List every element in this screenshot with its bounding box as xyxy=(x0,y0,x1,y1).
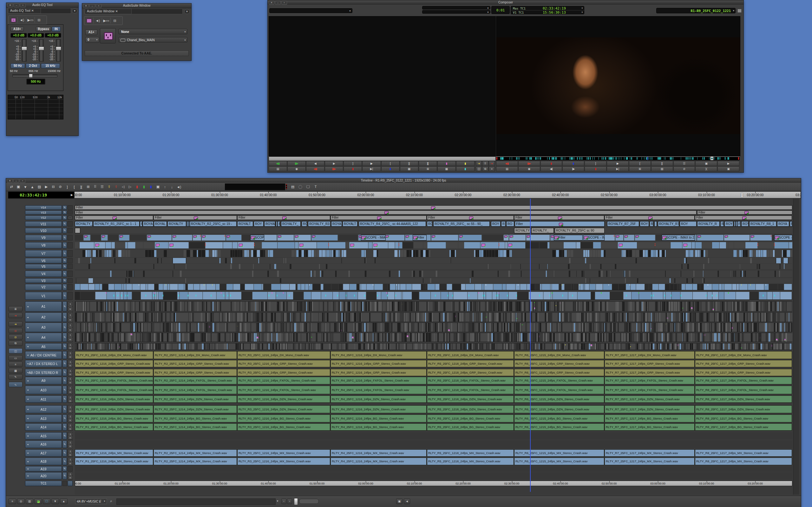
close-button[interactable]: ✕ xyxy=(269,1,274,5)
solo-button[interactable]: S xyxy=(68,369,72,372)
transport-mark-out-button[interactable]: ] xyxy=(585,161,606,166)
slip-left-icon[interactable]: ◁ xyxy=(119,184,126,190)
maximize-button[interactable]: + xyxy=(20,3,26,7)
mute-button[interactable]: M xyxy=(68,381,72,384)
layout-icon[interactable]: ⊟ xyxy=(111,18,119,23)
splice-in-icon[interactable]: ⇧ xyxy=(106,184,113,190)
track-pencil-V1[interactable]: ✎ xyxy=(62,292,67,300)
transport-film-rows-button[interactable]: ☰ xyxy=(673,161,695,166)
track-button-a6-dx-centre[interactable]: A6 / DX CENTRE◄ xyxy=(25,351,62,359)
eq-slider-track[interactable] xyxy=(56,39,61,61)
track-button-v11[interactable]: V11 xyxy=(25,221,62,227)
track-button-a19[interactable]: A19◄ xyxy=(25,466,62,471)
transport-film-box-button[interactable]: ▣ xyxy=(695,161,717,166)
film-down-icon[interactable]: ↓ xyxy=(168,184,175,190)
mute-button[interactable]: M xyxy=(68,418,72,422)
eq-freq-slider-thumb[interactable] xyxy=(29,74,33,78)
blue-marker-icon[interactable]: ▮ xyxy=(148,184,154,190)
monitor-tool-icon[interactable]: 🖵 xyxy=(305,183,311,190)
transport-collapse-button[interactable]: )( xyxy=(695,166,717,171)
track-pencil-A17[interactable]: ✎ xyxy=(62,449,67,457)
solo-button[interactable]: S xyxy=(68,424,72,427)
solo-button[interactable]: S xyxy=(68,386,72,389)
track-pencil-A5[interactable]: ✎ xyxy=(62,343,67,350)
mute-button[interactable]: M xyxy=(68,399,72,402)
eq-slider-track[interactable] xyxy=(22,39,27,61)
mute-button[interactable]: M xyxy=(68,427,72,430)
eq-bypass-button[interactable]: Bypass xyxy=(36,26,51,32)
track-button-v2[interactable]: V2 xyxy=(25,284,62,290)
transport-record-button[interactable]: ◉ xyxy=(518,166,540,171)
track-pencil-A2[interactable]: ✎ xyxy=(62,313,67,322)
mute-button[interactable]: M xyxy=(68,328,72,332)
track-pencil-V12[interactable]: ✎ xyxy=(62,216,67,220)
track-pencil-V11[interactable]: ✎ xyxy=(62,221,67,227)
transport-film-box-button[interactable]: ▣ xyxy=(717,166,740,171)
view-preset-dropdown[interactable]: 4A 8V +MUSIC E▼ xyxy=(75,498,107,504)
transport-step-back-red-button[interactable]: ◀▮ xyxy=(496,161,518,166)
eq-band-button[interactable]: 50 Hz xyxy=(10,63,25,68)
circle-tool-icon[interactable]: ◯ xyxy=(297,183,304,190)
mark-clip-icon[interactable]: ][ xyxy=(78,184,85,190)
transport-play-button[interactable]: ▶ xyxy=(607,161,629,166)
close-button[interactable]: ✕ xyxy=(83,4,89,8)
transport-list-button[interactable]: ▤ xyxy=(496,166,518,171)
transport-play-button[interactable]: ▶ xyxy=(362,161,380,166)
transport-grid4-button[interactable]: ⊞ xyxy=(629,166,651,171)
composer-center-dropdown-1[interactable]: ▼ xyxy=(422,6,490,9)
track-pencil-A7 / DX STEREO L[interactable]: ✎ xyxy=(62,360,67,367)
transport-play-end-button[interactable]: ▶| xyxy=(607,166,629,171)
track-button-a11[interactable]: A11◄ xyxy=(25,395,62,403)
monitor-box-icon[interactable] xyxy=(68,216,72,219)
track-button-a12[interactable]: A12◄ xyxy=(25,405,62,413)
eq-freq-slider-track[interactable] xyxy=(12,74,57,77)
track-pencil-A10[interactable]: ✎ xyxy=(62,386,67,394)
audiosuite-plugin-select[interactable]: None▼ xyxy=(118,29,188,34)
track-pencil-A8 / DX STEREO R[interactable]: ✎ xyxy=(62,369,67,376)
overwrite-icon[interactable]: ⇧ xyxy=(113,184,119,190)
track-pencil-A16[interactable]: ✎ xyxy=(62,441,67,448)
track-button-a5[interactable]: A5◄ xyxy=(25,343,62,350)
track-button-a7-dx-stereo-l[interactable]: A7 / DX STEREO L◄ xyxy=(25,360,62,367)
v-scrollbar[interactable] xyxy=(793,199,799,495)
transport-step-fwd-button[interactable]: |▶ xyxy=(562,166,584,171)
composer-center-dropdown-2[interactable]: ▼ xyxy=(422,10,490,14)
transport-play-end-button[interactable]: ▶| xyxy=(362,166,380,171)
transport-mark-clip-button[interactable]: ][ xyxy=(651,161,673,166)
transport-grid-button[interactable]: ⠿ xyxy=(482,161,488,166)
speaker-icon[interactable]: ◄) xyxy=(94,18,102,23)
search-field[interactable] xyxy=(116,498,275,505)
transport-mark-clip-button[interactable]: ][ xyxy=(400,161,418,166)
track-pencil-A11[interactable]: ✎ xyxy=(62,395,67,403)
transport-mixer-button[interactable]: ≡ xyxy=(489,166,495,171)
mute-button[interactable]: M xyxy=(68,453,72,456)
track-pencil-A20[interactable]: ✎ xyxy=(62,472,67,480)
track-button-a15[interactable]: A15◄ xyxy=(25,432,62,440)
transport-marker-red-button[interactable]: ▮ xyxy=(344,166,362,171)
solo-button[interactable]: S xyxy=(68,333,72,337)
track-button-a8-dx-stereo-r[interactable]: A8 / DX STEREO R◄ xyxy=(25,369,62,376)
track-pencil-A14[interactable]: ✎ xyxy=(62,424,67,431)
maximize-button[interactable]: + xyxy=(281,1,287,5)
grid-icon[interactable]: ⊞ xyxy=(85,184,92,190)
transport-list-button[interactable]: ▤ xyxy=(269,166,287,171)
speaker-icon[interactable]: ◄) xyxy=(18,17,26,23)
mute-button[interactable]: M xyxy=(68,409,72,412)
dropdown-arrow-icon[interactable]: ▼ xyxy=(276,500,279,503)
window-titlebar[interactable]: Timeline - R1-R9_25FC_0122_1221 - 1920x1… xyxy=(6,178,801,183)
solo-button[interactable]: S xyxy=(68,458,72,461)
mute-button[interactable]: M xyxy=(68,337,72,341)
mute-button[interactable]: M xyxy=(68,476,72,479)
track-button-a2[interactable]: A2◄ xyxy=(25,313,62,322)
composer-record-monitor[interactable] xyxy=(496,16,740,156)
rows-icon[interactable]: ☰ xyxy=(99,184,106,190)
record-position-bar[interactable] xyxy=(496,157,740,160)
track-button-v5[interactable]: V5 xyxy=(25,264,62,269)
window-titlebar[interactable]: Composer✕–+ xyxy=(268,0,744,4)
minimize-button[interactable]: – xyxy=(14,3,19,7)
film-play-icon[interactable]: ▶▭ xyxy=(102,18,111,23)
transport-split-button[interactable]: ◫ xyxy=(476,166,482,171)
transport-record-button[interactable]: ◉ xyxy=(287,166,306,171)
film-up-icon[interactable]: ↑ xyxy=(161,184,168,190)
transport-play-rev-button[interactable]: ◀ xyxy=(306,161,324,166)
